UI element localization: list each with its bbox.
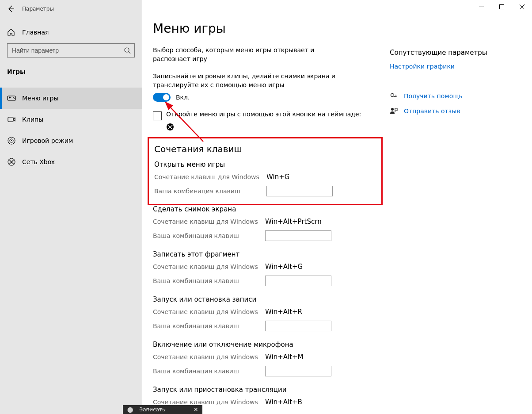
shortcuts-heading: Сочетания клавиш [154,144,376,154]
sidebar-item-label: Меню игры [22,95,58,102]
search-input-wrap[interactable] [7,43,135,58]
xbox-button-icon [166,123,379,131]
sidebar-item-label: Сеть Xbox [22,158,55,165]
get-help-link[interactable]: Получить помощь [390,92,503,100]
back-button[interactable] [0,0,22,18]
svg-rect-12 [8,117,13,122]
main-content: Меню игры Выбор способа, которым меню иг… [142,0,390,414]
svg-point-18 [391,94,394,97]
svg-point-5 [125,48,129,52]
shortcut-custom-input[interactable] [266,186,333,196]
shortcut-windows-value: Win+Alt+R [265,308,302,316]
shortcut-windows-label: Сочетание клавиш для Windows [153,399,265,406]
shortcut-windows-label: Сочетание клавиш для Windows [153,218,265,225]
shortcut-windows-value: Win+Alt+M [265,353,304,361]
minimize-button[interactable] [471,0,491,13]
description-2: Записывайте игровые клипы, делайте снимк… [153,72,343,90]
shortcut-custom-label: Ваша комбинация клавиш [153,277,265,284]
shortcut-custom-input[interactable] [265,321,331,331]
shortcut-windows-value: Win+Alt+PrtScrn [265,218,322,226]
page-title: Меню игры [153,21,379,36]
svg-point-11 [14,98,15,99]
shortcut-windows-value: Win+G [266,173,289,181]
sidebar-item-label: Игровой режим [22,137,73,144]
right-panel: Сопутствующие параметры Настройки график… [390,0,513,414]
svg-line-6 [129,52,130,54]
shortcut-windows-label: Сочетание клавиш для Windows [153,353,265,360]
svg-rect-1 [499,4,504,9]
search-icon[interactable] [120,43,134,58]
shortcut-windows-value: Win+Alt+B [265,398,302,406]
shortcut-windows-label: Сочетание клавиш для Windows [153,263,265,270]
toggle-label: Вкл. [176,94,190,101]
highlight-annotation: Сочетания клавиш Открыть меню игры Сочет… [148,137,383,205]
shortcut-windows-value: Win+Alt+G [265,263,303,271]
shortcut-windows-label: Сочетание клавиш для Windows [154,173,266,180]
maximize-button[interactable] [491,0,512,13]
svg-point-19 [395,95,396,96]
close-button[interactable] [512,0,532,13]
shortcut-windows-label: Сочетание клавиш для Windows [153,308,265,315]
shortcut-group-title: Запуск или остановка записи [153,295,379,303]
svg-rect-7 [8,96,15,100]
help-link-text: Получить помощь [404,92,463,100]
clips-icon [7,115,16,124]
svg-point-15 [11,140,12,141]
shortcut-custom-input[interactable] [265,366,331,376]
sidebar-item-game-mode[interactable]: Игровой режим [0,130,142,151]
sidebar: Параметры Главная Игры [0,0,142,414]
shortcut-custom-label: Ваша комбинация клавиш [154,188,266,195]
search-input[interactable] [8,47,120,54]
record-toggle[interactable] [153,93,171,102]
shortcut-group-title: Записать этот фрагмент [153,250,379,258]
sidebar-item-label: Клипы [22,116,43,123]
help-icon [390,92,398,100]
sidebar-item-clips[interactable]: Клипы [0,109,142,130]
graphics-settings-link[interactable]: Настройки графики [390,63,455,70]
checkbox-label: Откройте меню игры с помощью этой кнопки… [166,111,361,118]
shortcut-custom-input[interactable] [265,276,331,286]
xbox-icon [7,157,16,166]
home-label: Главная [22,29,49,36]
sidebar-section-games: Игры [0,63,142,79]
sidebar-item-xbox-network[interactable]: Сеть Xbox [0,151,142,172]
shortcut-group-title: Сделать снимок экрана [153,205,379,213]
game-menu-icon [7,94,16,103]
shortcut-group-title: Включение или отключение микрофона [153,341,379,349]
sidebar-item-game-menu[interactable]: Меню игры [0,88,142,109]
feedback-icon [390,107,398,115]
home-link[interactable]: Главная [0,24,142,41]
shortcut-custom-label: Ваша комбинация клавиш [153,322,265,330]
shortcut-custom-input[interactable] [265,230,331,241]
shortcut-group-title: Запуск или приостановка трансляции [153,386,379,394]
app-title: Параметры [22,6,54,12]
svg-point-20 [391,108,394,111]
shortcut-custom-label: Ваша комбинация клавиш [153,368,265,375]
shortcut-custom-label: Ваша комбинация клавиш [153,232,265,239]
send-feedback-link[interactable]: Отправить отзыв [390,107,503,115]
shortcut-group-title: Открыть меню игры [154,161,376,169]
gamepad-open-checkbox[interactable] [153,111,162,120]
home-icon [7,28,15,36]
description-1: Выбор способа, которым меню игры открыва… [153,46,343,64]
fragment-text: Записать [139,406,165,413]
svg-point-10 [13,97,14,98]
game-mode-icon [7,136,16,145]
background-window-fragment: ⬤ Записать ✕ [123,405,202,414]
related-heading: Сопутствующие параметры [390,49,503,57]
feedback-link-text: Отправить отзыв [404,107,460,115]
svg-rect-9 [10,97,10,99]
